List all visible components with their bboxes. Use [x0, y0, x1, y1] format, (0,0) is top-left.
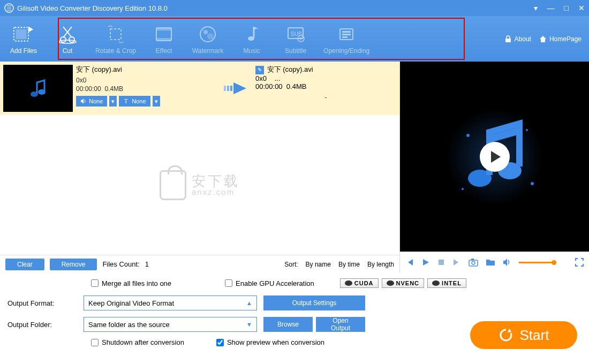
merge-checkbox[interactable]: Merge all files into one: [91, 279, 171, 287]
merge-label: Merge all files into one: [102, 279, 171, 287]
minimize-icon[interactable]: —: [547, 4, 555, 12]
tool-rotate-crop[interactable]: Rotate & Crop: [95, 24, 136, 55]
add-files-label: Add Files: [10, 47, 37, 55]
open-folder-button[interactable]: [486, 258, 495, 267]
snapshot-button[interactable]: [469, 258, 478, 267]
watermark-icon: [197, 24, 218, 45]
homepage-link[interactable]: HomePage: [539, 35, 582, 43]
gpu-checkbox[interactable]: Enable GPU Acceleration: [225, 279, 314, 287]
svg-point-35: [462, 188, 464, 190]
shutdown-checkbox[interactable]: Shutdown after conversion: [91, 338, 184, 346]
tool-subtitle-label: Subtitle: [285, 47, 306, 55]
edit-name-icon[interactable]: ✎: [255, 66, 264, 74]
cuda-badge: CUDA: [340, 278, 379, 288]
play-button[interactable]: [421, 258, 430, 267]
preview-area[interactable]: [400, 62, 589, 252]
opening-ending-icon: [336, 24, 357, 45]
about-label: About: [515, 35, 531, 43]
tool-music[interactable]: Music: [236, 24, 268, 55]
subtitle-track-label: None: [132, 98, 146, 104]
homepage-label: HomePage: [549, 35, 582, 43]
start-button[interactable]: Start: [470, 321, 577, 349]
watermark-bag-icon: [160, 170, 186, 200]
tool-cut[interactable]: Cut: [51, 24, 84, 55]
svg-point-38: [472, 261, 475, 264]
music-icon: [241, 24, 262, 45]
close-icon[interactable]: ✕: [578, 4, 585, 12]
svg-rect-28: [230, 86, 232, 91]
about-link[interactable]: About: [504, 35, 531, 43]
output-format-dropdown[interactable]: Keep Original Video Format ▲: [84, 295, 257, 310]
show-preview-label: Show preview when conversion: [227, 338, 324, 346]
audio-track-dropdown[interactable]: ▾: [109, 96, 117, 107]
fullscreen-button[interactable]: [575, 258, 584, 267]
dest-file-name: 安下 (copy).avi: [267, 65, 313, 73]
file-row[interactable]: 安下 (copy).avi 0x0 00:00:00 0.4MB None ▾ …: [0, 62, 399, 115]
refresh-icon: [499, 328, 514, 343]
dest-dimensions: 0x0: [255, 74, 267, 82]
chevron-up-icon: ▲: [246, 300, 252, 306]
clear-button[interactable]: Clear: [5, 259, 44, 270]
progress-placeholder: -: [255, 94, 396, 101]
next-button[interactable]: [452, 258, 461, 267]
sort-by-name[interactable]: By name: [306, 261, 331, 268]
add-files-button[interactable]: Add Files: [7, 24, 40, 55]
prev-button[interactable]: [405, 258, 414, 267]
subtitle-track-dropdown[interactable]: ▾: [153, 96, 160, 107]
svg-rect-2: [16, 29, 26, 39]
home-icon: [539, 35, 547, 43]
start-label: Start: [520, 327, 549, 344]
svg-rect-20: [342, 34, 351, 35]
dest-ellipsis[interactable]: ...: [274, 74, 280, 82]
maximize-icon[interactable]: □: [564, 4, 569, 12]
tool-subtitle[interactable]: SUBT Subtitle: [280, 24, 312, 55]
chevron-down-icon: ▼: [246, 321, 252, 328]
source-dimensions: 0x0: [76, 77, 217, 84]
source-size: 0.4MB: [104, 85, 123, 93]
svg-rect-36: [439, 260, 444, 265]
svg-text:T: T: [299, 36, 303, 42]
svg-point-3: [61, 37, 66, 42]
output-settings-button[interactable]: Output Settings: [263, 295, 365, 310]
dest-duration: 00:00:00: [255, 82, 283, 90]
svg-point-4: [69, 37, 74, 42]
file-thumbnail: [3, 65, 73, 112]
subtitle-icon: SUBT: [285, 24, 306, 45]
svg-rect-22: [505, 39, 511, 42]
volume-icon[interactable]: [503, 258, 511, 267]
gpu-label: Enable GPU Acceleration: [236, 279, 314, 287]
files-count-value: 1: [145, 260, 149, 268]
audio-track-button[interactable]: None: [76, 96, 107, 107]
tool-cut-label: Cut: [63, 47, 73, 55]
files-count-label: Files Count:: [102, 260, 139, 268]
browse-button[interactable]: Browse: [263, 317, 313, 332]
play-overlay-icon[interactable]: [480, 142, 510, 172]
tool-opening-ending[interactable]: Opening/Ending: [323, 24, 369, 55]
lock-icon: [504, 35, 512, 43]
stop-button[interactable]: [437, 259, 445, 266]
svg-rect-26: [224, 86, 226, 91]
output-folder-dropdown[interactable]: Same folder as the source ▼: [84, 317, 257, 332]
effect-icon: [153, 24, 175, 45]
show-preview-checkbox[interactable]: Show preview when conversion: [216, 338, 324, 346]
svg-point-33: [526, 129, 528, 131]
svg-rect-19: [342, 31, 351, 33]
sort-by-length[interactable]: By length: [367, 261, 394, 268]
svg-rect-8: [156, 28, 171, 31]
volume-slider[interactable]: [519, 262, 556, 263]
open-output-button[interactable]: Open Output: [316, 317, 365, 332]
add-files-icon: [13, 24, 34, 45]
subtitle-track-button[interactable]: T None: [119, 96, 150, 107]
remove-button[interactable]: Remove: [50, 259, 97, 270]
svg-point-10: [200, 27, 215, 42]
svg-rect-21: [342, 36, 348, 38]
cut-icon: [57, 24, 78, 45]
svg-rect-27: [227, 86, 229, 91]
sort-by-time[interactable]: By time: [338, 261, 360, 268]
tool-watermark[interactable]: Watermark: [192, 24, 224, 55]
menu-dropdown-icon[interactable]: ▾: [534, 4, 538, 12]
output-folder-label: Output Folder:: [7, 321, 77, 329]
tool-effect[interactable]: Effect: [148, 24, 180, 55]
intel-badge: INTEL: [427, 278, 466, 288]
output-format-label: Output Format:: [7, 299, 77, 307]
